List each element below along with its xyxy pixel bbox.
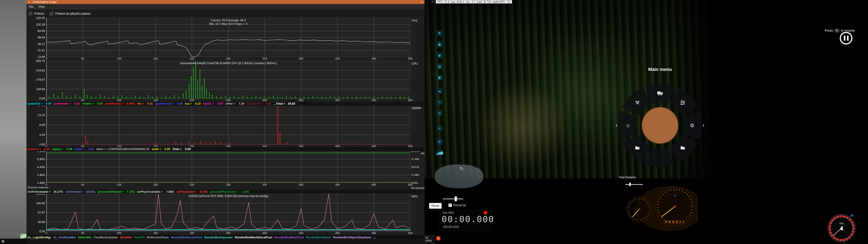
reverse-label: Reverse <box>454 203 466 207</box>
ram-x-tick: 200 <box>188 183 196 186</box>
gear-icon[interactable]: ⚙ <box>437 139 442 145</box>
render-bin-EditorBin: EditorBin <box>78 236 92 239</box>
checkbox-check-icon <box>28 11 33 16</box>
stat-other: other = -17287639126814324948992.00 <box>96 147 149 151</box>
render-bin-RenderBinMeshFast: RenderBinMeshFast <box>274 236 304 239</box>
checkbox-check-icon <box>49 11 54 16</box>
gpu-x-tick: 350 <box>297 232 305 235</box>
tacho-unit-label: mph <box>835 222 848 224</box>
main-menu-title: Main menu <box>635 67 685 72</box>
render-bin-...: ... <box>373 236 376 239</box>
radial-segment-tuning-sliders[interactable] <box>670 87 698 116</box>
render-bin-RenderBinMeshDecalFast: RenderBinMeshDecalFast <box>235 236 272 239</box>
gpu-y-tick: 146.95 <box>27 202 45 205</box>
replay-loop-icon[interactable]: ↻ <box>460 166 464 172</box>
gpu-x-tick: 100 <box>115 232 123 235</box>
resume-label: to resume <box>841 29 855 32</box>
bookmark-icon[interactable]: ⚑ <box>437 30 442 36</box>
fps-x-tick: 50 <box>79 57 87 60</box>
render-bins-line: AL_LightBinMgrAL_PrePassBinEditorBinFlex… <box>27 235 424 240</box>
radial-next-arrow-icon[interactable]: › <box>703 122 704 128</box>
window-titlebar[interactable]: ▼ Performance Graph ✕ <box>26 0 425 4</box>
stat-Total: Total = 0.09 <box>173 147 191 151</box>
tuning-sliders-icon[interactable] <box>680 100 685 105</box>
fps-x-tick: 100 <box>115 57 123 60</box>
stat-processPhysUsed: processPhysUsed = 1.50G <box>210 190 249 193</box>
cpu-timing-stats-line: updateUI = 0.00preRender = 6.41render = … <box>27 102 424 106</box>
fps-x-tick: 500 <box>406 57 414 60</box>
reverse-checkbox[interactable]: ✓ <box>448 204 452 207</box>
ram-y-tick: 5.90G <box>27 157 45 161</box>
toolbar: Freeze Freeze on physics pause <box>26 9 425 18</box>
menu-file[interactable]: File <box>29 5 33 8</box>
ram-y-tick-right: 16.51G <box>411 165 419 168</box>
freeze-checkbox[interactable]: Freeze <box>28 11 44 16</box>
cpu-x-tick: 400 <box>333 99 342 102</box>
press-label: Press <box>825 29 833 32</box>
render-bin-ReflectionPass: ReflectionPass <box>147 236 169 239</box>
photo-icon[interactable]: ▦ <box>437 75 442 81</box>
chart-icon[interactable]: ▂▅▇ <box>437 150 442 156</box>
infinity-icon[interactable]: ∞ <box>437 99 442 105</box>
replay-file-label: (no file) <box>442 211 454 214</box>
race-timer: 00:00.000 <box>442 214 494 224</box>
replay-seek-slider-handle[interactable] <box>455 196 457 201</box>
render-bin-PostFX: PostFX <box>134 236 145 239</box>
reset-button[interactable]: Reset <box>429 203 442 209</box>
memory-stats-line: osVirtAvailable = 26.37GosVirtUsed = 18.… <box>27 190 424 194</box>
render-bin-RenderBinObject: RenderBinObject <box>306 236 331 239</box>
radial-segment-empty[interactable] <box>645 147 675 167</box>
lens-icon[interactable]: ◎ <box>437 110 442 116</box>
ram-x-tick: 100 <box>115 183 123 186</box>
vehicle-icon[interactable]: ▤ <box>437 64 442 69</box>
stat-osPhysUsed: osPhysUsed = 6.72G <box>176 190 208 193</box>
smiley-icon[interactable]: ☺ <box>625 123 630 128</box>
radial-prev-arrow-icon[interactable]: ‹ <box>616 122 618 128</box>
replay-seek-slider[interactable] <box>442 199 463 199</box>
update-y-tick: 8.88 <box>27 123 45 126</box>
ram-y-tick: 2.96G <box>27 173 45 177</box>
box-icon[interactable]: ▣ <box>437 41 442 47</box>
gpu-x-tick: 300 <box>260 232 269 235</box>
window-icon: ▼ <box>28 1 30 3</box>
gpu-x-tick: 250 <box>224 232 232 235</box>
stat-audio: audio = 0.02 <box>74 147 94 151</box>
stat-other: other = 7.24 <box>225 102 244 105</box>
gpu-title: NVIDIA GeForce RTX 2060, 5.840 GB (memor… <box>46 194 410 198</box>
fps-stats-line-0: Current: 55.4 Average: 46.3 <box>46 19 410 22</box>
stat-osVirtAvailable: osVirtAvailable = 26.37G <box>27 190 63 193</box>
ram-x-tick: 400 <box>333 183 342 186</box>
cpu-axis-label: CPU <box>412 62 418 65</box>
cpu-x-tick: 200 <box>188 99 196 102</box>
taskbar-alert-icon[interactable]: ✕ <box>436 236 440 240</box>
fps-x-tick: 300 <box>260 57 269 60</box>
record-dot-icon[interactable] <box>484 211 487 214</box>
fps-x-tick: 450 <box>370 57 378 60</box>
freeze-label: Freeze <box>34 12 44 16</box>
freeze-on-physics-pause-checkbox[interactable]: Freeze on physics pause <box>49 11 91 16</box>
update-timing-stats-line: physics = 0.03replay = 0.06audio = 0.02o… <box>27 147 424 151</box>
wrench-icon[interactable]: ⚒ <box>635 100 640 105</box>
cpu-x-tick: 350 <box>297 99 305 102</box>
windows-start-icon[interactable]: ⊞ <box>2 239 4 243</box>
race-timer-secondary: (00:00.000) <box>443 225 459 228</box>
settings-gear-icon[interactable]: ⚙ <box>690 123 694 128</box>
radial-menu-svg: ⚙☺⚒‹› <box>613 78 708 173</box>
radial-center-circle[interactable] <box>642 107 678 144</box>
radial-main-menu[interactable]: ⚙☺⚒‹› <box>613 78 708 173</box>
fps-y-tick: 120.00 <box>27 16 45 20</box>
close-icon[interactable]: ✕ <box>421 0 423 4</box>
performance-graph-window: ▼ Performance Graph ✕ File View Freeze F… <box>26 0 425 244</box>
cloud-icon[interactable]: ☁ <box>437 88 442 94</box>
gpu-graph <box>46 194 410 231</box>
menu-view[interactable]: View <box>38 5 45 8</box>
fps-y-tick: 66.84 <box>27 36 45 39</box>
ram-x-tick: 350 <box>297 183 305 186</box>
camera-icon[interactable]: ◉ <box>437 53 442 58</box>
fps-y-tick: 102.28 <box>27 23 45 26</box>
stat-render: render = 6.04 <box>82 102 103 105</box>
desktop-wallpaper-fragment <box>20 234 26 239</box>
tacho-3d-badge[interactable]: 3D <box>850 214 854 217</box>
list-icon[interactable]: ≡ <box>437 126 442 131</box>
clock-date: /2020 <box>426 239 435 242</box>
